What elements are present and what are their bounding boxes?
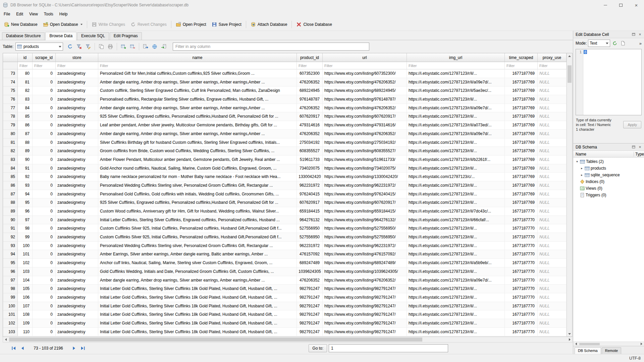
dock-tab-db-schema[interactable]: DB Schema — [575, 347, 601, 354]
cell-proxy_use[interactable]: NULL — [538, 112, 567, 121]
cell-time_scraped[interactable]: 1677187770 — [505, 285, 538, 293]
row-number[interactable]: 92 — [3, 233, 18, 242]
cell-img_url[interactable]: https://i.etsystatic.com/12787123/r/il/.… — [407, 319, 505, 328]
cell-proxy_use[interactable]: NULL — [538, 164, 567, 173]
row-number[interactable]: 97 — [3, 276, 18, 285]
globe-button[interactable] — [151, 43, 159, 51]
cell-url[interactable]: https://www.etsy.com/listing/275034192/ — [323, 138, 407, 147]
close-panel-button[interactable]: × — [637, 32, 643, 37]
cell-time_scraped[interactable]: 1677187770 — [505, 319, 538, 328]
float-panel-button[interactable] — [631, 32, 636, 37]
cell-editor[interactable]: 1 8 — [576, 49, 642, 115]
cell-id[interactable]: 99 — [18, 233, 33, 242]
cell-id[interactable]: 84 — [18, 104, 33, 113]
cell-product_id[interactable]: 659184415 — [297, 207, 323, 216]
row-number[interactable]: 103 — [3, 328, 18, 337]
row-number[interactable]: 86 — [3, 181, 18, 190]
cell-proxy_use[interactable]: NULL — [538, 328, 567, 337]
cell-name[interactable]: Anchor cuff links, Nautical, Sailing, Ma… — [98, 259, 297, 267]
dock-tab-remote[interactable]: Remote — [602, 347, 622, 354]
cell-name[interactable]: Amber dangle earring, Amber drop earring… — [98, 78, 297, 87]
mode-select[interactable]: Text — [588, 40, 610, 47]
cell-store[interactable]: zanadesignetsy — [56, 242, 98, 250]
row-number[interactable]: 90 — [3, 216, 18, 225]
cell-store[interactable]: zanadesignetsy — [56, 198, 98, 207]
cell-product_id[interactable]: 964276132 — [297, 216, 323, 225]
next-record-button[interactable] — [70, 345, 78, 352]
cell-img_url[interactable]: https://i.etsystatic.com/12787123/r/il/.… — [407, 147, 505, 156]
cell-product_id[interactable]: 607620917 — [297, 198, 323, 207]
cell-product_id[interactable]: 982791247 — [297, 328, 323, 337]
cell-url[interactable]: https://www.etsy.com/listing/689247489/ — [323, 259, 407, 267]
menu-file[interactable]: File — [1, 11, 13, 17]
cell-scrape_id[interactable]: 0 — [33, 156, 56, 164]
cell-img_url[interactable]: https://i.etsystatic.com/12787123/r/il/.… — [407, 302, 505, 311]
horizontal-scroll-thumb[interactable] — [9, 338, 422, 342]
row-number[interactable]: 81 — [3, 138, 18, 147]
cell-proxy_use[interactable]: NULL — [538, 242, 567, 250]
cell-product_id[interactable]: 476157092 — [297, 250, 323, 259]
cell-url[interactable]: https://www.etsy.com/listing/962231972/ — [323, 181, 407, 190]
schema-item-products[interactable]: ▸products — [573, 165, 644, 172]
cell-img_url[interactable]: https://i.etsystatic.com/12787123/r/il/.… — [407, 69, 505, 78]
cell-scrape_id[interactable]: 0 — [33, 130, 56, 138]
cell-product_id[interactable]: 689224945 — [297, 86, 323, 95]
cell-store[interactable]: zanadesignetsy — [56, 69, 98, 78]
cell-name[interactable]: Personalized Wedding Cufflinks Sterling … — [98, 181, 297, 190]
cell-product_id[interactable]: 962231972 — [297, 181, 323, 190]
cell-url[interactable]: https://www.etsy.com/listing/689224945/ — [323, 86, 407, 95]
cell-store[interactable]: zanadesignetsy — [56, 164, 98, 173]
cell-name[interactable]: Leaf amber pendant, Amber silver jewelry… — [98, 121, 297, 130]
cell-url[interactable]: https://www.etsy.com/listing/476206352/ — [323, 130, 407, 138]
first-record-button[interactable] — [9, 345, 18, 352]
menu-view[interactable]: View — [26, 11, 41, 17]
row-number[interactable]: 89 — [3, 207, 18, 216]
cell-product_id[interactable]: 476206352 — [297, 130, 323, 138]
cell-url[interactable]: https://www.etsy.com/listing/1330042420/ — [323, 173, 407, 181]
cell-time_scraped[interactable]: 1677187769 — [505, 181, 538, 190]
cell-store[interactable]: zanadesignetsy — [56, 293, 98, 302]
cell-name[interactable]: Gold Cufflinks Wedding, Initials and Dat… — [98, 267, 297, 276]
cell-url[interactable]: https://www.etsy.com/listing/476157092/ — [323, 250, 407, 259]
scroll-left-icon[interactable] — [573, 342, 579, 346]
cell-img_url[interactable]: https://i.etsystatic.com/12787123/r/il/.… — [407, 164, 505, 173]
cell-time_scraped[interactable]: 1677187770 — [505, 250, 538, 259]
cell-time_scraped[interactable]: 1677187770 — [505, 224, 538, 233]
import-cell-button[interactable] — [611, 40, 618, 47]
cell-store[interactable]: zanadesignetsy — [56, 95, 98, 104]
cell-name[interactable]: Personalized Gift for Men,Initial cuffli… — [98, 69, 297, 78]
cell-id[interactable]: 82 — [18, 86, 33, 95]
cell-url[interactable]: https://www.etsy.com/listing/479314616/ — [323, 121, 407, 130]
cell-scrape_id[interactable]: 0 — [33, 95, 56, 104]
cell-proxy_use[interactable]: NULL — [538, 156, 567, 164]
cell-url[interactable]: https://www.etsy.com/listing/982791247/ — [323, 293, 407, 302]
cell-product_id[interactable]: 734020075 — [297, 164, 323, 173]
cell-url[interactable]: https://www.etsy.com/listing/607352300/ — [323, 69, 407, 78]
cell-proxy_use[interactable]: NULL — [538, 259, 567, 267]
cell-store[interactable]: zanadesignetsy — [56, 224, 98, 233]
cell-scrape_id[interactable]: 0 — [33, 259, 56, 267]
cell-store[interactable]: zanadesignetsy — [56, 121, 98, 130]
revert-changes-button[interactable]: Revert Changes — [128, 20, 169, 29]
minimize-button[interactable] — [598, 0, 613, 10]
cell-url[interactable]: https://www.etsy.com/listing/734020075/ — [323, 164, 407, 173]
cell-time_scraped[interactable]: 1677187770 — [505, 310, 538, 319]
row-number[interactable]: 79 — [3, 121, 18, 130]
cell-img_url[interactable]: https://i.etsystatic.com/12787123/r/il/.… — [407, 242, 505, 250]
cell-url[interactable]: https://www.etsy.com/listing/527556950/ — [323, 233, 407, 242]
cell-proxy_use[interactable]: NULL — [538, 319, 567, 328]
row-number[interactable]: 93 — [3, 242, 18, 250]
cell-id[interactable]: 89 — [18, 147, 33, 156]
cell-id[interactable]: 106 — [18, 293, 33, 302]
cell-url[interactable]: https://www.etsy.com/listing/964276132/ — [323, 216, 407, 225]
cell-proxy_use[interactable]: NULL — [538, 86, 567, 95]
cell-product_id[interactable]: 976240415 — [297, 190, 323, 199]
cell-time_scraped[interactable]: 1677187770 — [505, 207, 538, 216]
cell-product_id[interactable]: 527556950 — [297, 233, 323, 242]
row-number[interactable]: 80 — [3, 130, 18, 138]
row-number[interactable]: 74 — [3, 78, 18, 87]
row-number[interactable]: 101 — [3, 310, 18, 319]
cell-name[interactable]: Personalised Gold Cufflinks, Gold cuffli… — [98, 190, 297, 199]
schema-name-column[interactable]: Name — [573, 152, 634, 157]
column-header-url[interactable]: url — [323, 53, 407, 62]
